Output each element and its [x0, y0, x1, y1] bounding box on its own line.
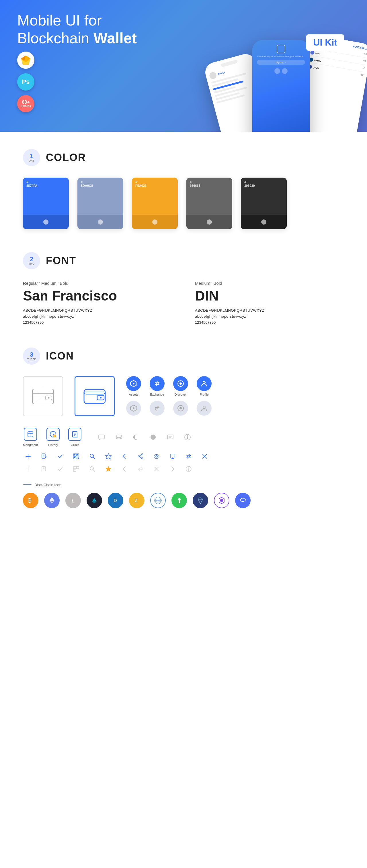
number2: 2	[30, 256, 33, 262]
profile-icon	[197, 376, 211, 391]
assets-gray-icon	[126, 401, 141, 416]
star-yellow-icon	[103, 464, 114, 474]
din-lowercase: abcdefghijklmnopqrstuvwxyz	[195, 314, 344, 318]
svg-point-68	[156, 456, 158, 457]
svg-point-64	[138, 456, 140, 457]
font-din: Medium ' Bold DIN ABCDEFGHIJKLMNOPQRSTUV…	[195, 281, 344, 324]
word-two: TWO	[29, 262, 35, 265]
zcash-icon: Z	[129, 493, 144, 508]
svg-line-67	[140, 457, 142, 458]
svg-line-61	[93, 457, 95, 459]
swap-icon	[184, 451, 194, 462]
exchange-icon-item: Exchange	[150, 376, 165, 396]
profile-gray-item	[197, 401, 211, 416]
svg-marker-91	[50, 497, 54, 502]
swatch-blue: #3574FA	[23, 178, 69, 229]
icon-display-row: Assets Exchange	[23, 376, 344, 416]
blockchain-text: BlockChain Icon	[34, 483, 61, 487]
svg-line-103	[200, 497, 203, 499]
assets-icon-item: Assets	[126, 376, 141, 396]
history-icon-item: ! History	[47, 428, 60, 446]
ui-kit-badge: UI Kit	[306, 34, 344, 51]
swatch-orange: #F5A623	[132, 178, 178, 229]
phone-center: Character may be manifested in the great…	[252, 40, 310, 132]
svg-rect-81	[74, 469, 76, 471]
number1: 1	[30, 153, 33, 159]
history-icon: !	[47, 428, 60, 441]
diamond-icon	[193, 493, 208, 508]
word-one: ONE	[29, 159, 34, 162]
star-icon	[103, 451, 114, 462]
color-swatches: #3574FA #8DA0C8 #F5A623 #666666 #303030	[23, 178, 344, 229]
svg-rect-58	[77, 458, 78, 459]
search-icon	[87, 451, 97, 462]
close-icon	[200, 451, 210, 462]
svg-point-89	[188, 467, 189, 468]
share-icon	[135, 451, 146, 462]
settings-icon	[151, 451, 162, 462]
chevron-left-icon	[119, 451, 130, 462]
moon-icon	[130, 431, 142, 443]
din-styles: Medium ' Bold	[195, 281, 344, 286]
svg-point-19	[179, 382, 182, 385]
message-icon	[165, 431, 176, 443]
circle-icon-set: Assets Exchange	[126, 376, 211, 416]
svg-point-63	[142, 454, 143, 455]
litecoin-icon: Ł	[65, 493, 81, 508]
sf-uppercase: ABCDEFGHIJKLMNOPQRSTUVWXYZ	[23, 308, 172, 313]
wallet-filled-icon	[82, 386, 108, 406]
order-icon-item: Order	[68, 428, 81, 446]
exchange-icon	[150, 376, 165, 391]
section3-header: 3 THREE ICON	[23, 347, 344, 365]
plus-gray-icon	[23, 464, 33, 474]
exchange-label: Exchange	[150, 393, 164, 396]
chevron-left-gray-icon	[119, 464, 130, 474]
grid-coin-icon	[150, 493, 166, 508]
din-name: DIN	[195, 288, 344, 304]
font-title: FONT	[46, 255, 76, 267]
svg-text:D: D	[114, 498, 117, 503]
svg-text:Ł: Ł	[72, 498, 75, 504]
svg-point-82	[90, 467, 93, 470]
svg-rect-80	[77, 466, 79, 469]
font-sf: Regular ' Medium ' Bold San Francisco AB…	[23, 281, 172, 324]
doc-gray-icon	[39, 464, 49, 474]
nav-icon-row: Mangment ! History	[23, 428, 344, 446]
hero-title: Mobile UI for Blockchain Wallet	[17, 11, 161, 47]
color-section: 1 ONE COLOR #3574FA #8DA0C8 #F5A623 #666…	[0, 132, 367, 246]
svg-text:Z: Z	[135, 498, 138, 503]
discover-label: Discover	[175, 393, 187, 396]
svg-point-60	[90, 454, 93, 458]
din-uppercase: ABCDEFGHIJKLMNOPQRSTUVWXYZ	[195, 308, 344, 313]
arkcoin-icon	[171, 493, 187, 508]
ethereum-icon	[44, 493, 60, 508]
bitcoin-icon: ₿	[23, 493, 38, 508]
qr-icon	[71, 451, 81, 462]
swatch-gray-blue: #8DA0C8	[78, 178, 123, 229]
svg-text:!: !	[54, 435, 55, 437]
photoshop-badge: Ps	[17, 73, 34, 91]
hero-section: Mobile UI for Blockchain Wallet Ps 60+ S…	[0, 0, 367, 132]
qr-gray-icon	[71, 464, 81, 474]
utility-icons-row1	[23, 451, 344, 462]
svg-point-25	[203, 406, 205, 408]
discover-gray-icon	[173, 401, 188, 416]
crypto-icons-row: ₿ Ł D	[23, 493, 344, 508]
search-gray-icon	[87, 464, 97, 474]
x-gray-icon	[151, 464, 162, 474]
svg-point-37	[116, 435, 121, 437]
wallet-outline-icon	[30, 386, 56, 406]
svg-point-17	[133, 383, 135, 384]
number3: 3	[30, 351, 33, 358]
profile-gray-icon	[197, 401, 211, 416]
management-label: Mangment	[23, 443, 38, 446]
sf-lowercase: abcdefghijklmnopqrstuvwxyz	[23, 314, 172, 318]
svg-rect-36	[98, 435, 104, 439]
circle-icon	[147, 431, 159, 443]
color-title: COLOR	[46, 152, 86, 163]
discover-icon	[173, 376, 188, 391]
curve-icon	[235, 493, 251, 508]
exchange-gray-icon	[150, 401, 165, 416]
svg-line-83	[93, 470, 95, 471]
swatch-dark: #303030	[241, 178, 287, 229]
